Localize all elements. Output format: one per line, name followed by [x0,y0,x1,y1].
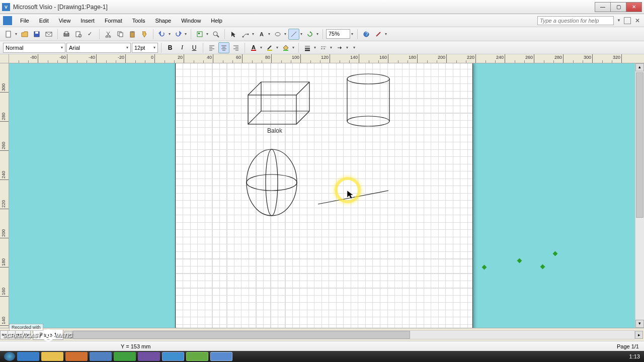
zoom-input[interactable]: 75% [326,29,350,39]
menu-insert[interactable]: Insert [75,16,100,26]
print-button[interactable] [61,29,72,40]
print-preview-button[interactable] [73,29,84,40]
menu-format[interactable]: Format [100,16,127,26]
close-child-button[interactable]: ✕ [633,17,642,24]
align-left-button[interactable] [206,42,217,53]
line-weight-button[interactable] [302,42,313,53]
cut-button[interactable] [103,29,114,40]
selection-handle-rot[interactable] [540,264,545,269]
connector-dropdown[interactable]: ▾ [251,32,255,36]
copy-button[interactable] [115,29,126,40]
drawing-page[interactable]: Balok [175,63,473,328]
vertical-scrollbar[interactable]: ▴ ▾ [635,63,644,328]
line-pattern-dropdown[interactable]: ▾ [329,45,333,50]
menu-shape[interactable]: Shape [150,16,176,26]
line-tool-button[interactable] [288,29,299,40]
scroll-right-button[interactable]: ▸ [635,331,643,339]
font-color-dropdown[interactable]: ▾ [259,45,263,50]
shape-sphere[interactable] [245,147,298,218]
formatting-options[interactable]: ▾ [352,45,356,50]
menu-help[interactable]: Help [206,16,227,26]
line-ends-dropdown[interactable]: ▾ [345,45,349,50]
email-button[interactable] [43,29,54,40]
bold-button[interactable]: B [165,42,176,53]
canvas-area[interactable]: Balok [9,63,644,328]
ink-button[interactable] [373,29,384,40]
help-search-dropdown[interactable]: ▼ [616,18,622,23]
line-color-dropdown[interactable]: ▾ [275,45,279,50]
minimize-button[interactable]: — [595,2,611,12]
font-select[interactable]: Arial▾ [66,43,131,53]
ellipse-tool-button[interactable] [272,29,283,40]
menu-edit[interactable]: Edit [34,16,54,26]
line-ends-button[interactable] [334,42,345,53]
zoom-dropdown[interactable]: ▾ [350,32,354,36]
taskbar-item-active[interactable] [210,352,232,361]
help-button[interactable]: ? [361,29,372,40]
text-dropdown[interactable]: ▾ [267,32,271,36]
taskbar[interactable]: 1:13 [0,351,644,362]
spelling-button[interactable]: ✓ [85,29,96,40]
taskbar-item[interactable] [162,352,184,361]
scroll-thumb[interactable] [636,72,643,218]
toolbar-options[interactable]: ▾ [384,32,388,36]
scroll-thumb[interactable] [73,331,410,339]
font-size-select[interactable]: 12pt▾ [132,43,158,53]
format-painter-button[interactable] [139,29,150,40]
underline-button[interactable]: U [189,42,200,53]
rotate-dropdown[interactable]: ▾ [315,32,319,36]
menu-tools[interactable]: Tools [127,16,150,26]
line-pattern-button[interactable] [318,42,329,53]
line-color-button[interactable] [264,42,275,53]
paste-button[interactable] [127,29,138,40]
taskbar-clock[interactable]: 1:13 [629,353,640,359]
vertical-ruler[interactable]: 300280260240220200180160140120 [0,63,9,328]
redo-dropdown[interactable]: ▾ [184,32,188,36]
help-search-input[interactable] [537,16,614,25]
app-menu-icon[interactable] [3,16,12,25]
taskbar-item[interactable] [41,352,63,361]
ellipse-dropdown[interactable]: ▾ [283,32,287,36]
close-button[interactable]: ✕ [626,2,642,12]
shape-box[interactable] [246,80,311,128]
scroll-up-button[interactable]: ▴ [635,63,644,71]
italic-button[interactable]: I [177,42,188,53]
taskbar-item[interactable] [114,352,136,361]
text-tool-button[interactable]: A [256,29,267,40]
taskbar-item[interactable] [65,352,88,361]
taskbar-start[interactable] [4,352,15,361]
pointer-tool-button[interactable] [228,29,239,40]
style-select[interactable]: Normal▾ [3,43,65,53]
align-center-button[interactable] [218,42,229,53]
research-button[interactable] [210,29,221,40]
align-right-button[interactable] [230,42,242,53]
selection-handle-start[interactable] [482,265,487,270]
redo-button[interactable] [173,29,184,40]
menu-view[interactable]: View [54,16,76,26]
shapes-dropdown[interactable]: ▾ [205,32,209,36]
maximize-button[interactable]: ▢ [610,2,626,12]
fill-color-button[interactable] [280,42,291,53]
line-weight-dropdown[interactable]: ▾ [313,45,317,50]
fill-color-dropdown[interactable]: ▾ [291,45,295,50]
new-dropdown[interactable]: ▾ [14,32,18,36]
menu-file[interactable]: File [15,16,34,26]
shapes-window-button[interactable] [194,29,205,40]
menu-window[interactable]: Window [176,16,206,26]
horizontal-scrollbar[interactable]: ◂ ▸ [72,330,635,339]
save-button[interactable] [31,29,42,40]
restore-child-button[interactable] [624,17,631,24]
rotate-button[interactable] [304,29,315,40]
font-color-button[interactable]: A [248,42,259,53]
taskbar-item[interactable] [17,352,39,361]
horizontal-ruler[interactable]: -80-60-40-200204060801001201401601802002… [9,54,644,63]
line-dropdown[interactable]: ▾ [299,32,303,36]
undo-button[interactable] [156,29,168,40]
selection-handle-end[interactable] [553,251,558,256]
open-button[interactable] [19,29,30,40]
undo-dropdown[interactable]: ▾ [168,32,172,36]
selection-handle-mid[interactable] [517,258,522,263]
scroll-down-button[interactable]: ▾ [635,320,644,328]
new-button[interactable] [3,29,14,40]
shape-cylinder[interactable] [346,73,391,128]
